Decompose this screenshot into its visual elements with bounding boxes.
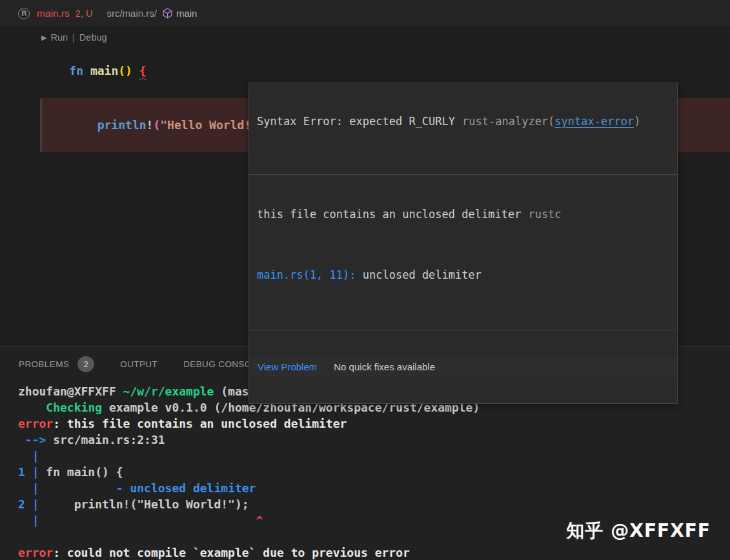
no-quick-fixes-label: No quick fixes available (334, 361, 435, 372)
hover-error-code-link[interactable]: syntax-error (554, 115, 634, 128)
terminal-line: | - unclosed delimiter (18, 480, 730, 496)
terminal-line: | (18, 448, 730, 464)
hover-secondary-source: rustc (528, 208, 561, 221)
symbol-cube-icon (162, 8, 173, 21)
terminal-line: error: could not compile `example` due t… (18, 545, 730, 560)
hover-primary-diagnostic: Syntax Error: expected R_CURLYrust-analy… (249, 109, 677, 148)
code-editor[interactable]: ▶Run|Debug fn main() { println!("Hello W… (0, 27, 730, 346)
zhihu-watermark: 知乎 @XFFXFF (567, 519, 711, 543)
code-line-2-tokens: println!("Hello World!"); (69, 118, 272, 132)
tab-output-label: OUTPUT (120, 359, 157, 369)
problems-count-badge: 2 (77, 356, 94, 372)
hover-separator-1 (249, 174, 677, 175)
breadcrumb-symbol[interactable]: main (176, 8, 198, 19)
hover-primary-source: rust-analyzer( (462, 115, 554, 128)
terminal-line: 1 | fn main() { (18, 464, 730, 480)
hover-secondary-message: this file contains an unclosed delimiter (257, 208, 521, 221)
breadcrumb-path[interactable]: src/main.rs/ (106, 8, 157, 19)
rust-file-icon: R (18, 8, 30, 19)
editor-topbar: R main.rs 2, U src/main.rs/ main (0, 0, 730, 27)
hover-secondary-diagnostic: this file contains an unclosed delimiter… (249, 201, 677, 239)
terminal-line: --> src/main.rs:2:31 (18, 432, 730, 448)
hover-related-info: main.rs(1, 11): unclosed delimiter (249, 265, 677, 304)
codelens-row: ▶Run|Debug (0, 27, 730, 44)
tab-status-badge: 2, U (76, 8, 93, 19)
tab-problems[interactable]: PROBLEMS 2 (18, 345, 95, 382)
vscode-window: { "header": { "file_tab": { "icon": "rus… (0, 0, 730, 560)
terminal-line: error: this file contains an unclosed de… (18, 415, 730, 432)
error-hover-popup: Syntax Error: expected R_CURLYrust-analy… (248, 83, 678, 404)
view-problem-link[interactable]: View Problem (258, 361, 317, 372)
codelens-run-link[interactable]: Run (50, 32, 68, 43)
codelens-divider: | (72, 32, 75, 43)
tab-problems-label: PROBLEMS (19, 359, 69, 369)
codelens-debug-link[interactable]: Debug (79, 32, 107, 43)
hover-related-location-link[interactable]: main.rs(1, 11): (257, 268, 356, 281)
code-line-1-tokens: fn main() { (69, 64, 146, 77)
hover-primary-message: Syntax Error: expected R_CURLY (257, 115, 455, 128)
terminal-line: 2 | println!("Hello World!"); (18, 496, 730, 512)
run-triangle-icon: ▶ (41, 34, 46, 41)
hover-separator-2 (249, 330, 677, 330)
hover-primary-source-close: ) (634, 115, 640, 128)
hover-status-bar: View Problem No quick fixes available (249, 356, 677, 377)
tab-output[interactable]: OUTPUT (119, 348, 158, 379)
active-tab-filename[interactable]: main.rs (37, 8, 70, 19)
hover-related-message: unclosed delimiter (356, 268, 482, 281)
